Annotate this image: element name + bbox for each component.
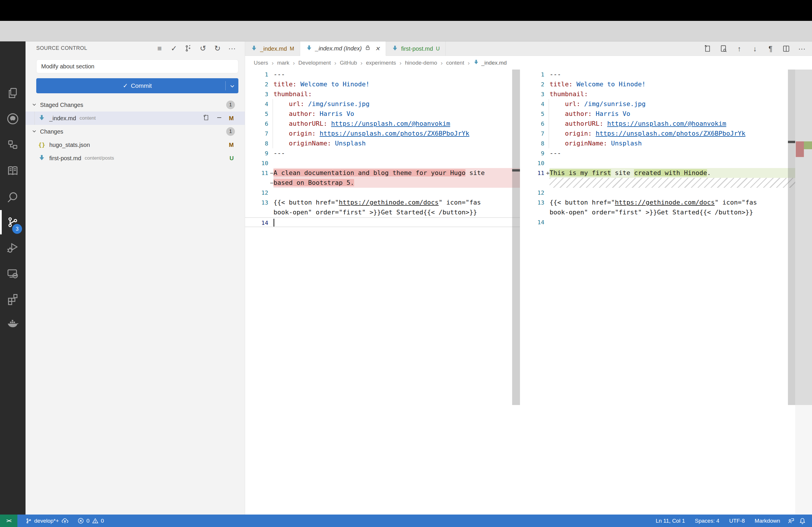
explorer-icon[interactable] bbox=[0, 81, 26, 105]
breadcrumb-item[interactable]: hinode-demo bbox=[405, 60, 437, 66]
diff-modified-pane[interactable]: 1---2title: Welcome to Hinode!3thumbnail… bbox=[521, 70, 795, 227]
file-row-hugo-stats[interactable]: {} hugo_stats.json M bbox=[26, 138, 245, 152]
tab-first-post-md[interactable]: first-post.md U bbox=[386, 42, 446, 56]
code-row[interactable]: 13{{< button href="https://gethinode.com… bbox=[521, 198, 795, 208]
more-actions-icon[interactable]: ··· bbox=[797, 43, 807, 54]
code-row[interactable]: 2title: Welcome to Hinode! bbox=[521, 79, 795, 89]
open-file-icon[interactable] bbox=[203, 114, 210, 123]
code-row[interactable]: 14 bbox=[521, 217, 795, 227]
code-row[interactable]: 3thumbnail: bbox=[521, 89, 795, 99]
search-sidebar-icon[interactable] bbox=[0, 186, 26, 209]
code-row[interactable]: 14 bbox=[245, 217, 520, 227]
branch-status[interactable]: develop*+ bbox=[23, 514, 72, 527]
indent-guide bbox=[549, 99, 549, 109]
tab-index-md[interactable]: _index.md M bbox=[245, 42, 300, 56]
code-row[interactable]: 1--- bbox=[521, 70, 795, 79]
code-row[interactable]: 12 bbox=[245, 188, 520, 198]
file-row-index-md[interactable]: _index.md content M bbox=[26, 111, 245, 125]
unstage-minus-icon[interactable] bbox=[216, 114, 223, 123]
active-view-indicator bbox=[0, 210, 2, 235]
code-row[interactable]: 8 originName: Unsplash bbox=[521, 138, 795, 148]
file-row-first-post[interactable]: first-post.md content/posts U bbox=[26, 152, 245, 165]
github-icon[interactable] bbox=[0, 107, 26, 130]
code-row[interactable]: 6 authorURL: https://unsplash.com/@hoanv… bbox=[521, 119, 795, 129]
diff-original-pane[interactable]: 1---2title: Welcome to Hinode!3thumbnail… bbox=[245, 70, 520, 227]
previous-change-icon[interactable]: ↑ bbox=[734, 43, 744, 54]
code-row[interactable]: 7 origin: https://unsplash.com/photos/ZX… bbox=[521, 129, 795, 138]
refresh-icon[interactable]: ↻ bbox=[213, 43, 222, 54]
code-row[interactable]: 10 bbox=[245, 158, 520, 168]
commit-action-icon[interactable]: ✓ bbox=[169, 43, 179, 54]
code-row[interactable]: book-open" order="first" >}}Get Started{… bbox=[521, 208, 795, 217]
indentation-status[interactable]: Spaces: 4 bbox=[692, 514, 722, 527]
breadcrumb-item[interactable]: GitHub bbox=[340, 60, 357, 66]
more-actions-icon[interactable]: ··· bbox=[227, 43, 237, 54]
run-debug-icon[interactable] bbox=[0, 237, 26, 260]
history-icon[interactable]: ↺ bbox=[198, 43, 208, 54]
extensions-icon[interactable] bbox=[0, 288, 26, 311]
section-changes[interactable]: Changes 1 bbox=[26, 125, 245, 138]
code-row[interactable]: book-open" order="first" >}}Get Started{… bbox=[245, 208, 520, 217]
code-row[interactable]: 9--- bbox=[521, 148, 795, 158]
code-row[interactable]: 10 bbox=[521, 158, 795, 168]
notifications-bell-icon[interactable] bbox=[799, 517, 806, 525]
commit-message-input[interactable] bbox=[36, 59, 238, 73]
remote-explorer-icon[interactable] bbox=[0, 262, 26, 285]
code-row[interactable]: 8 originName: Unsplash bbox=[245, 138, 520, 148]
create-branch-icon[interactable] bbox=[184, 43, 193, 54]
open-file-icon[interactable] bbox=[703, 43, 713, 54]
markdown-file-icon bbox=[473, 59, 479, 66]
code-row[interactable]: 5 author: Harris Vo bbox=[521, 109, 795, 119]
view-as-list-icon[interactable]: ≡ bbox=[155, 43, 164, 54]
code-row[interactable]: −based on Bootstrap 5. bbox=[245, 178, 520, 188]
breadcrumb-item[interactable]: mark bbox=[277, 60, 289, 66]
next-change-icon[interactable]: ↓ bbox=[750, 43, 760, 54]
encoding-status[interactable]: UTF-8 bbox=[726, 514, 748, 527]
code-row[interactable]: 3thumbnail: bbox=[245, 89, 520, 99]
overview-ruler[interactable] bbox=[795, 70, 812, 405]
change-marker bbox=[512, 169, 520, 171]
render-whitespace-icon[interactable]: ¶ bbox=[766, 43, 775, 54]
code-row[interactable]: 13{{< button href="https://gethinode.com… bbox=[245, 198, 520, 208]
split-editor-icon[interactable] bbox=[781, 43, 791, 54]
breadcrumb-item[interactable]: Users bbox=[254, 60, 268, 66]
code-row[interactable]: 11−A clean documentation and blog theme … bbox=[245, 168, 520, 178]
docker-icon[interactable] bbox=[0, 312, 26, 335]
right-editor-scrollbar[interactable] bbox=[788, 70, 795, 405]
code-row[interactable]: 4 url: /img/sunrise.jpg bbox=[245, 99, 520, 109]
feedback-icon[interactable] bbox=[787, 517, 795, 525]
git-status-untracked: U bbox=[230, 155, 234, 162]
code-row[interactable]: 2title: Welcome to Hinode! bbox=[245, 79, 520, 89]
source-control-panel: SOURCE CONTROL ≡ ✓ ↺ ↻ ··· ✓ Commit Stag… bbox=[26, 42, 245, 514]
references-icon[interactable] bbox=[0, 133, 26, 156]
section-staged-changes[interactable]: Staged Changes 1 bbox=[26, 98, 245, 111]
inline-view-icon[interactable] bbox=[719, 43, 728, 54]
breadcrumb-item[interactable]: content bbox=[446, 60, 464, 66]
code-row[interactable]: 9--- bbox=[245, 148, 520, 158]
left-editor-scrollbar[interactable] bbox=[512, 70, 520, 405]
markdown-file-icon bbox=[251, 45, 257, 53]
changes-count-badge: 1 bbox=[226, 127, 235, 136]
code-row[interactable]: 4 url: /img/sunrise.jpg bbox=[521, 99, 795, 109]
code-row[interactable]: 11+This is my first site created with Hi… bbox=[521, 168, 795, 178]
tab-git-badge: U bbox=[436, 46, 440, 52]
breadcrumb-item[interactable]: experiments bbox=[366, 60, 396, 66]
problems-status[interactable]: 0 0 bbox=[74, 514, 107, 527]
breadcrumb-item[interactable]: Development bbox=[299, 60, 331, 66]
code-row[interactable]: 6 authorURL: https://unsplash.com/@hoanv… bbox=[245, 119, 520, 129]
code-row[interactable]: 7 origin: https://unsplash.com/photos/ZX… bbox=[245, 129, 520, 138]
tab-index-md-diff[interactable]: _index.md (Index) ✕ bbox=[300, 42, 386, 56]
code-row[interactable] bbox=[521, 178, 795, 188]
language-mode-status[interactable]: Markdown bbox=[752, 514, 783, 527]
code-row[interactable]: 1--- bbox=[245, 70, 520, 79]
docs-book-icon[interactable] bbox=[0, 159, 26, 182]
remote-indicator[interactable]: >< bbox=[0, 514, 17, 527]
code-row[interactable]: 12 bbox=[521, 188, 795, 198]
window-top-strip bbox=[0, 0, 812, 21]
commit-dropdown-icon[interactable] bbox=[230, 83, 235, 90]
cursor-position-status[interactable]: Ln 11, Col 1 bbox=[653, 514, 688, 527]
code-row[interactable]: 5 author: Harris Vo bbox=[245, 109, 520, 119]
close-tab-icon[interactable]: ✕ bbox=[375, 45, 380, 52]
commit-button[interactable]: ✓ Commit bbox=[36, 78, 238, 93]
breadcrumb-item[interactable]: _index.md bbox=[473, 59, 507, 66]
